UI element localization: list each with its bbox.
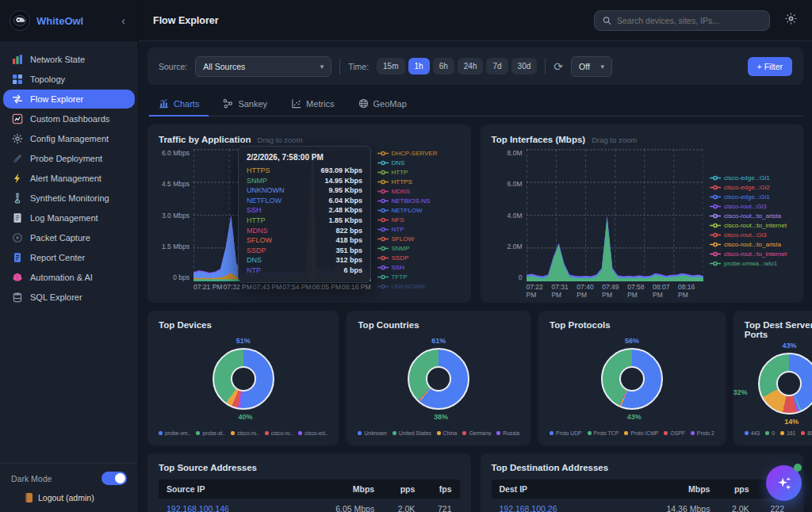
y-tick: 4.0M xyxy=(492,212,523,220)
time-button-6h[interactable]: 6h xyxy=(433,58,454,75)
legend-label: cisco-rout..:Gi3 xyxy=(724,202,767,211)
legend-item: Unknown xyxy=(358,430,386,436)
refresh-icon[interactable]: ⟳ xyxy=(553,61,563,72)
legend-item[interactable]: HTTP xyxy=(377,168,460,177)
column-header[interactable]: Source IP xyxy=(159,480,315,499)
legend-label: Proto 2 xyxy=(697,430,714,436)
column-header[interactable]: fps xyxy=(423,480,459,499)
add-filter-button[interactable]: + Filter xyxy=(748,57,792,76)
source-label: Source: xyxy=(159,62,187,71)
column-header[interactable]: Dest IP xyxy=(492,480,648,499)
global-search[interactable] xyxy=(594,10,770,31)
legend-item[interactable]: SSH xyxy=(377,263,460,272)
chart-legend: DHCP-SERVER DNS HTTP HTTPS MDNS NETBIOS-… xyxy=(371,149,460,292)
legend-item[interactable]: NTP xyxy=(377,225,460,234)
legend-item: 443 xyxy=(745,430,760,436)
ip-link[interactable]: 192.168.100.26 xyxy=(492,499,648,512)
tab-sankey[interactable]: Sankey xyxy=(213,93,277,117)
tooltip-row: DNS312 bps xyxy=(247,255,362,266)
legend-label: Germany xyxy=(469,430,491,436)
legend-item[interactable]: TFTP xyxy=(377,273,460,281)
time-button-7d[interactable]: 7d xyxy=(486,58,508,75)
sidebar-item-config-management[interactable]: Config Management xyxy=(3,129,135,148)
search-icon xyxy=(603,16,611,25)
legend-item[interactable]: NETBIOS-NS xyxy=(377,197,460,205)
legend-item[interactable]: DNS xyxy=(377,159,460,167)
legend-item[interactable]: NFS xyxy=(377,216,460,224)
ai-assistant-fab[interactable] xyxy=(766,465,802,501)
ip-link[interactable]: 192.168.100.146 xyxy=(159,499,315,512)
sidebar-item-network-state[interactable]: Network State xyxy=(3,50,135,69)
time-button-30d[interactable]: 30d xyxy=(511,58,538,75)
dark-mode-toggle[interactable] xyxy=(102,472,127,485)
sidebar-item-automation-ai[interactable]: Automation & AI xyxy=(3,268,135,287)
table-row[interactable]: 192.168.100.2614.36 Mbps2.0K222 xyxy=(492,499,793,512)
legend-item[interactable]: probe-vmwa..:wlo1 xyxy=(710,259,792,268)
time-button-1h[interactable]: 1h xyxy=(408,58,430,75)
legend-item[interactable]: UNKNOWN xyxy=(377,282,460,291)
sidebar-item-custom-dashboards[interactable]: Custom Dashboards xyxy=(3,109,135,128)
legend-item[interactable]: cisco-rout..:to_arista xyxy=(710,212,792,220)
percent-label: 56% xyxy=(625,337,639,345)
sidebar-item-log-management[interactable]: Log Management xyxy=(3,208,135,227)
tab-metrics[interactable]: Metrics xyxy=(282,93,343,117)
app-window: WhiteOwl ‹ Network State Topology Flow E… xyxy=(0,0,812,512)
sidebar-item-alert-management[interactable]: Alert Management xyxy=(3,169,135,188)
source-select[interactable]: All Sources ▾ xyxy=(195,56,331,77)
time-button-15m[interactable]: 15m xyxy=(377,58,404,75)
legend-item[interactable]: DHCP-SERVER xyxy=(377,149,460,158)
legend-label: 443 xyxy=(751,430,760,436)
search-input[interactable] xyxy=(617,16,761,25)
sidebar-item-sql-explorer[interactable]: SQL Explorer xyxy=(3,288,135,307)
sidebar-item-packet-capture[interactable]: Packet Capture xyxy=(3,228,135,247)
percent-label: 14% xyxy=(784,418,799,426)
legend-item[interactable]: cisco-rout..:to_internet xyxy=(710,250,792,258)
legend-item: Proto 2 xyxy=(691,430,714,436)
legend-item[interactable]: cisco-rout..:Gi3 xyxy=(710,231,792,239)
tab-charts[interactable]: Charts xyxy=(149,93,209,117)
series-marker-icon xyxy=(710,175,721,181)
series-marker-icon xyxy=(377,170,389,175)
series-marker-icon xyxy=(377,151,389,156)
legend-label: cisco-rout..:Gi3 xyxy=(724,231,767,239)
traffic-chart-plot[interactable]: 2/2/2026, 7:58:00 PM HTTPS693.09 KbpsSNM… xyxy=(193,149,371,281)
bar-chart-icon xyxy=(159,98,169,109)
sidebar-item-flow-explorer[interactable]: Flow Explorer xyxy=(3,90,135,109)
sidebar-collapse-button[interactable]: ‹ xyxy=(118,14,128,27)
y-tick: 8.0M xyxy=(492,149,523,157)
legend-label: SSH xyxy=(392,263,404,272)
legend-item[interactable]: cisco-edge..:Gi1 xyxy=(710,193,792,201)
tab-geomap[interactable]: GeoMap xyxy=(349,93,416,117)
column-header[interactable]: pps xyxy=(382,480,423,499)
sparkle-icon xyxy=(776,475,793,492)
sidebar-item-report-center[interactable]: Report Center xyxy=(3,248,135,267)
sidebar-item-probe-deployment[interactable]: Probe Deployment xyxy=(3,149,135,168)
legend-item[interactable]: MDNS xyxy=(377,187,460,196)
auto-refresh-select[interactable]: Off ▾ xyxy=(571,56,612,77)
interfaces-chart-plot[interactable] xyxy=(527,149,704,281)
time-button-24h[interactable]: 24h xyxy=(458,58,484,75)
sidebar-item-topology[interactable]: Topology xyxy=(3,70,135,89)
legend-item[interactable]: SNMP xyxy=(377,244,460,253)
cell-value: 2.0K xyxy=(718,499,756,512)
table-row[interactable]: 192.168.100.1466.05 Mbps2.0K721 xyxy=(159,499,460,512)
legend-item[interactable]: SFLOW xyxy=(377,235,460,243)
sidebar-item-label: Log Management xyxy=(30,213,98,223)
column-header[interactable]: Mbps xyxy=(315,480,382,499)
tooltip-row: NETFLOW6.04 Kbps xyxy=(247,196,362,206)
chart-title: Top Interfaces (Mbps) xyxy=(492,135,586,144)
sidebar-item-label: Automation & AI xyxy=(30,273,93,282)
legend-item[interactable]: cisco-rout..:to_arista xyxy=(710,240,792,249)
column-header[interactable]: Mbps xyxy=(648,480,718,499)
legend-item[interactable]: cisco-rout..:Gi3 xyxy=(710,202,792,211)
legend-item[interactable]: HTTPS xyxy=(377,178,460,186)
legend-item[interactable]: NETFLOW xyxy=(377,206,460,215)
legend-item[interactable]: cisco-rout..:to_internet xyxy=(710,221,792,230)
legend-item[interactable]: cisco-edge..:Gi2 xyxy=(710,183,792,192)
gear-icon[interactable] xyxy=(784,12,798,29)
legend-item[interactable]: cisco-edge..:Gi1 xyxy=(710,174,792,182)
logout-button[interactable]: Logout (admin) xyxy=(25,493,127,502)
column-header[interactable]: pps xyxy=(718,480,756,499)
sidebar-item-synthetic-monitoring[interactable]: Synthetic Monitoring xyxy=(3,189,135,208)
legend-item[interactable]: SSDP xyxy=(377,254,460,262)
